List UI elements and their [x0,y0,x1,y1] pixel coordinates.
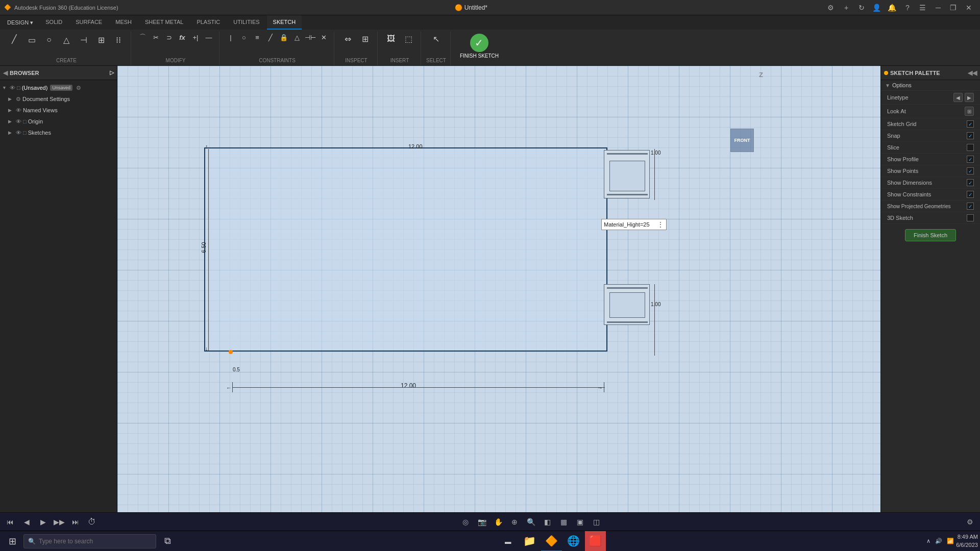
tab-surface[interactable]: SURFACE [69,15,108,30]
zoom-fit-btn[interactable]: 🔍 [525,516,537,528]
tree-item-root[interactable]: ▼ 👁 □ (Unsaved) Unsaved ⚙ [0,82,117,93]
tree-item-named-views[interactable]: ▶ 👁 Named Views [0,105,117,116]
design-dropdown[interactable]: DESIGN ▾ [2,19,38,26]
taskbar-app-explorer[interactable]: 📁 [519,531,540,552]
show-constraints-checkbox[interactable] [967,191,974,198]
taskbar-app-fusion[interactable]: 🔶 [541,531,562,552]
midpoint-tool[interactable]: ╱ [264,32,277,43]
tree-item-sketches[interactable]: ▶ 👁 □ Sketches [0,127,117,138]
linetype-next-btn[interactable]: ▶ [965,93,974,102]
select-tool[interactable]: ↖ [428,32,444,46]
browser-collapse-btn[interactable]: ◀ [3,69,8,77]
circle-tool[interactable]: ○ [41,33,57,47]
grid-btn[interactable]: ▦ [557,516,570,528]
sketch-grid-checkbox[interactable] [967,120,974,128]
taskbar-app-windows[interactable]: 🗕 [498,531,518,552]
coincident-tool[interactable]: | [225,32,237,43]
play-fwd-btn[interactable]: ▶▶ [53,516,65,528]
viewcube-front-face[interactable]: FRONT [730,129,754,152]
settings-button[interactable]: ⚙ [824,1,838,15]
tab-mesh[interactable]: MESH [109,15,138,30]
panels-btn[interactable]: ▣ [574,516,586,528]
collinear-tool[interactable]: ○ [238,32,250,43]
material-height-input[interactable] [604,221,655,228]
look-at-btn[interactable]: ⊞ [965,107,974,116]
tree-icon-doc-settings: ⚙ [16,96,21,103]
canvas-area[interactable]: Z FRONT 12.00 12.00 6.50 ← → ↑ ↓ [117,66,880,512]
offset-tool[interactable]: ⊃ [163,32,175,43]
slice-checkbox[interactable] [967,144,974,151]
pan-btn[interactable]: ✋ [492,516,504,528]
sketch-rectangle[interactable] [204,147,607,352]
tab-utilities[interactable]: UTILITIES [227,15,265,30]
zoom-btn[interactable]: ⊕ [508,516,521,528]
line-tool[interactable]: ╱ [6,32,22,47]
tree-item-origin[interactable]: ▶ 👁 □ Origin [0,116,117,127]
minimize-button[interactable]: ─ [931,1,945,15]
finish-sketch-ribbon-button[interactable]: ✓ FINISH SKETCH [456,32,503,61]
3d-sketch-checkbox[interactable] [967,214,974,221]
palette-expand-btn[interactable]: ◀◀ [968,69,977,77]
palette-row-snap: Snap [881,130,980,142]
tab-sketch[interactable]: SKETCH [267,15,302,30]
notification-button[interactable]: 🔔 [885,1,899,15]
play-back-btn[interactable]: ◀ [20,516,33,528]
play-prev-btn[interactable]: ⏮ [4,516,16,528]
snap-checkbox[interactable] [967,132,974,139]
search-bar[interactable]: 🔍 [23,534,156,548]
plus-tool[interactable]: +| [189,32,202,43]
maximize-button[interactable]: ❐ [946,1,961,15]
arc-tool[interactable]: △ [58,33,75,47]
taskbar-app-chrome[interactable]: 🌐 [563,531,584,552]
tab-sheet-metal[interactable]: SHEET METAL [139,15,189,30]
timeline-icon-btn[interactable]: ⏱ [86,516,98,528]
task-view-button[interactable]: ⧉ [157,531,178,552]
sym-tool[interactable]: ⊣⊢ [304,32,316,43]
display-btn[interactable]: ◫ [590,516,602,528]
orbit-btn[interactable]: ◎ [459,516,472,528]
help-button[interactable]: ? [900,1,915,15]
rectangle-tool[interactable]: ▭ [23,33,40,47]
spline-tool[interactable]: ⊞ [93,33,109,47]
add-tab-button[interactable]: + [839,1,853,15]
cross-tool[interactable]: ✕ [317,32,330,43]
fillet-tool[interactable]: ⌒ [136,32,149,43]
account-button[interactable]: 👤 [870,1,884,15]
tab-plastic[interactable]: PLASTIC [190,15,226,30]
tree-item-doc-settings[interactable]: ▶ ⚙ Document Settings [0,93,117,105]
show-points-checkbox[interactable] [967,167,974,174]
tree-options-root[interactable]: ⚙ [76,85,81,91]
tab-solid[interactable]: SOLID [39,15,68,30]
camera-btn[interactable]: 📷 [476,516,488,528]
section-tool[interactable]: ⊞ [357,32,373,46]
insert-image-tool[interactable]: 🖼 [383,32,399,46]
minus-tool[interactable]: — [203,32,215,43]
refresh-button[interactable]: ↻ [854,1,869,15]
insert-dxf-tool[interactable]: ⬚ [400,32,416,46]
finish-sketch-palette-button[interactable]: Finish Sketch [905,229,956,241]
linetype-prev-btn[interactable]: ◀ [953,93,963,102]
show-dimensions-checkbox[interactable] [967,179,974,186]
show-projected-checkbox[interactable] [967,203,974,210]
triangle-tool[interactable]: △ [291,32,303,43]
trim-tool[interactable]: ✂ [150,32,162,43]
show-profile-checkbox[interactable] [967,156,974,163]
view-mode-btn[interactable]: ◧ [541,516,553,528]
measure-tool[interactable]: ⇔ [339,32,356,46]
search-input[interactable] [39,538,141,545]
material-input-box[interactable]: ⋮ [601,219,667,230]
menu-button[interactable]: ☰ [916,1,930,15]
fx-tool[interactable]: fx [176,32,188,43]
concentric-tool[interactable]: ≡ [251,32,263,43]
polygon-tool[interactable]: ⊣ [76,33,92,47]
play-btn[interactable]: ▶ [37,516,49,528]
settings-btn[interactable]: ⚙ [964,516,976,528]
close-button[interactable]: ✕ [962,1,976,15]
play-end-btn[interactable]: ⏭ [69,516,82,528]
palette-options-header[interactable]: ▼ Options [881,80,980,91]
lock-tool[interactable]: 🔒 [278,32,290,43]
taskbar-app-extra[interactable]: 🟥 [585,531,606,552]
material-input-more-icon[interactable]: ⋮ [657,220,664,229]
start-button[interactable]: ⊞ [2,531,22,552]
dots-tool[interactable]: ⁞⁞ [110,33,127,47]
